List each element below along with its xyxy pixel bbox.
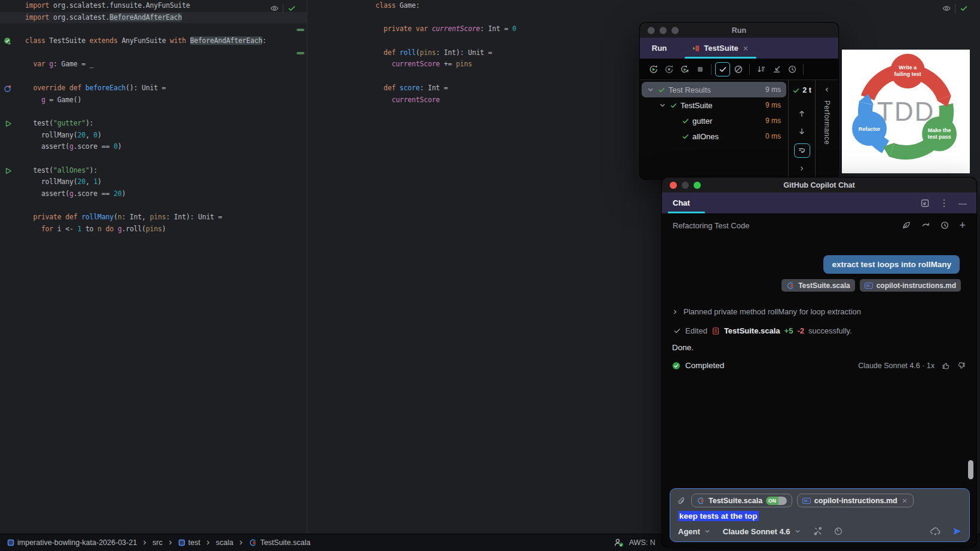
zoom-button[interactable] [694, 182, 701, 189]
inspections-widget[interactable] [942, 4, 968, 13]
breadcrumb-label: imperative-bowling-kata-2026-03-21 [17, 538, 137, 547]
zoom-button[interactable] [671, 27, 679, 34]
chevron-right-icon [671, 308, 679, 316]
show-ignored-button[interactable] [731, 62, 746, 76]
tools-icon[interactable] [813, 526, 823, 536]
chevron-down-icon[interactable] [704, 528, 711, 535]
input-attachment-chip[interactable]: M↓copilot-instructions.md [797, 494, 914, 507]
close-icon[interactable] [742, 45, 749, 52]
code-line: for i <- 1 to n do g.roll(pins) [25, 224, 266, 235]
test-tree-row[interactable]: gutter9 ms [642, 113, 786, 128]
code-line: g = Game() [25, 94, 266, 106]
prompt-editor-icon[interactable] [902, 221, 911, 230]
test-history-icon [787, 65, 797, 74]
sort-by-duration-button[interactable] [753, 62, 768, 76]
run-test-gutter-icon[interactable] [4, 120, 13, 128]
aws-status[interactable]: AWS: N [613, 537, 661, 548]
history-icon[interactable] [940, 221, 950, 230]
test-tree-row[interactable]: TestSuite9 ms [642, 97, 786, 113]
chat-window-titlebar[interactable]: GitHub Copilot Chat [662, 177, 976, 192]
redo-icon[interactable] [921, 221, 930, 230]
check-green-icon[interactable] [288, 4, 296, 13]
rerun-button[interactable] [646, 62, 661, 76]
breadcrumb-item[interactable]: imperative-bowling-kata-2026-03-21 [7, 538, 137, 547]
chevron-right-icon[interactable] [798, 165, 805, 172]
close-icon[interactable] [901, 497, 908, 504]
code-line: assert(g.score == 0) [25, 141, 266, 153]
run-tool-window[interactable]: Run Run TestSuite Test Results9 msTestSu… [640, 23, 838, 179]
edited-file-row[interactable]: Edited TestSuite.scala +5 -2 successfull… [673, 326, 976, 335]
lines-removed: -2 [797, 326, 804, 335]
breadcrumb-item[interactable]: src [152, 538, 163, 547]
breadcrumb-item[interactable]: scala [216, 538, 233, 547]
run-window-titlebar[interactable]: Run [640, 23, 838, 38]
run-test-gutter-icon[interactable] [4, 167, 13, 175]
edited-file-name: TestSuite.scala [724, 326, 780, 335]
run-class-gutter-icon[interactable] [4, 37, 12, 45]
thumbs-down-icon[interactable] [957, 362, 966, 370]
rerun-failed-button[interactable] [677, 62, 692, 76]
send-icon[interactable] [952, 526, 962, 536]
assistant-message: Done. [672, 343, 976, 352]
code-area-testsuite[interactable]: import org.scalatest.funsuite.AnyFunSuit… [25, 0, 266, 235]
eye-icon[interactable] [942, 4, 951, 13]
attachment-chip[interactable]: M↓copilot-instructions.md [860, 279, 961, 292]
agent-plan-row[interactable]: Planned private method rollMany for loop… [671, 307, 976, 316]
minimize-button[interactable] [660, 27, 667, 34]
track-running-test-button[interactable] [794, 143, 810, 158]
code-area-game[interactable]: class Game: private var currentScore: In… [375, 0, 516, 106]
breadcrumb-label: TestSuite.scala [260, 538, 310, 547]
next-test-button[interactable] [797, 127, 807, 136]
code-line: var g: Game = _ [25, 59, 266, 71]
breadcrumb-item[interactable]: test [178, 538, 200, 547]
overriding-method-gutter-icon[interactable] [4, 84, 12, 93]
chevron-down-icon[interactable] [658, 101, 667, 109]
chevron-left-icon[interactable] [823, 86, 831, 93]
test-results-tree[interactable]: Test Results9 msTestSuite9 msgutter9 msa… [640, 80, 788, 179]
tab-testsuite[interactable]: TestSuite [685, 38, 756, 59]
previous-test-button[interactable] [797, 109, 807, 118]
stop-button[interactable] [692, 62, 707, 76]
show-ignored-icon [734, 65, 743, 74]
open-in-editor-icon[interactable] [920, 198, 930, 208]
breadcrumb-item[interactable]: TestSuite.scala [249, 538, 310, 547]
eye-icon[interactable] [270, 4, 279, 13]
chevron-down-icon[interactable] [794, 528, 801, 535]
minimize-button[interactable] [682, 182, 689, 189]
code-line: currentScore += pins [375, 59, 516, 71]
tab-performance[interactable]: Performance [823, 100, 831, 145]
tab-label: TestSuite [704, 44, 738, 53]
test-tree-row[interactable]: Test Results9 ms [642, 82, 786, 97]
usage-meter-icon[interactable] [834, 526, 843, 536]
chat-input-text[interactable]: keep tests at the top [678, 512, 969, 521]
new-chat-icon[interactable]: + [959, 220, 966, 231]
chat-input-box[interactable]: TestSuite.scalaONM↓copilot-instructions.… [670, 488, 970, 542]
thumbs-up-icon[interactable] [942, 362, 950, 370]
test-history-button[interactable] [784, 62, 799, 76]
mode-selector[interactable]: Agent [678, 527, 700, 536]
attachment-label: copilot-instructions.md [814, 497, 897, 505]
model-selector[interactable]: Claude Sonnet 4.6 [723, 527, 790, 536]
attachment-toggle[interactable]: ON [766, 497, 787, 505]
hide-icon[interactable]: — [958, 199, 967, 207]
kebab-menu-icon[interactable]: ⋮ [939, 198, 949, 208]
test-tree-row[interactable]: allOnes0 ms [642, 128, 786, 144]
copilot-chat-window[interactable]: GitHub Copilot Chat Chat ⋮ — Refactoring… [662, 177, 976, 547]
resume-button[interactable] [661, 62, 676, 76]
cloud-send-icon[interactable] [930, 526, 941, 537]
test-name: gutter [692, 117, 712, 125]
tab-chat[interactable]: Chat [662, 192, 701, 213]
scrollbar-thumb[interactable] [968, 460, 973, 479]
import-test-results-button[interactable] [769, 62, 784, 76]
show-passed-button[interactable] [715, 62, 730, 76]
close-button[interactable] [670, 182, 677, 189]
vcs-change-stripe [297, 29, 304, 31]
close-button[interactable] [648, 27, 655, 34]
attach-icon[interactable] [677, 496, 686, 506]
chevron-down-icon[interactable] [646, 85, 655, 94]
attachment-chip[interactable]: TestSuite.scala [781, 279, 854, 292]
inspections-widget[interactable] [270, 4, 296, 13]
input-attachment-chip[interactable]: TestSuite.scalaON [691, 494, 792, 507]
check-green-icon[interactable] [960, 4, 968, 13]
editor-testsuite[interactable]: import org.scalatest.funsuite.AnyFunSuit… [0, 0, 307, 534]
